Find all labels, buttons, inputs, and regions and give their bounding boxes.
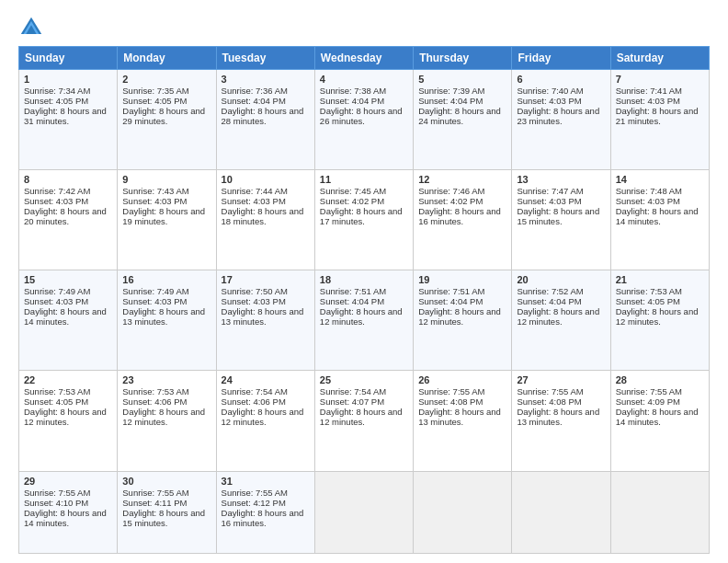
daylight-label: Daylight: 8 hours and 13 minutes. [418,407,501,427]
sunset-label: Sunset: 4:09 PM [616,396,680,407]
calendar-cell: 17Sunrise: 7:50 AMSunset: 4:03 PMDayligh… [216,270,314,371]
daylight-label: Daylight: 8 hours and 15 minutes. [517,206,599,226]
daylight-label: Daylight: 8 hours and 26 minutes. [320,106,403,126]
day-number: 25 [320,374,408,385]
calendar-cell: 21Sunrise: 7:53 AMSunset: 4:05 PMDayligh… [610,270,709,371]
sunset-label: Sunset: 4:03 PM [616,96,680,106]
day-number: 22 [24,374,112,385]
sunrise-label: Sunrise: 7:53 AM [122,386,188,396]
sunset-label: Sunset: 4:03 PM [122,196,187,206]
calendar-header-saturday: Saturday [610,47,709,70]
day-number: 30 [122,476,210,487]
sunrise-label: Sunrise: 7:49 AM [122,286,188,296]
daylight-label: Daylight: 8 hours and 13 minutes. [122,306,205,327]
calendar-cell: 29Sunrise: 7:55 AMSunset: 4:10 PMDayligh… [19,471,118,553]
sunset-label: Sunset: 4:08 PM [517,396,581,407]
sunrise-label: Sunrise: 7:55 AM [616,386,682,396]
sunset-label: Sunset: 4:06 PM [122,396,187,407]
sunset-label: Sunset: 4:04 PM [222,96,286,106]
daylight-label: Daylight: 8 hours and 29 minutes. [122,106,205,126]
sunrise-label: Sunrise: 7:54 AM [222,386,288,396]
calendar-week-2: 8Sunrise: 7:42 AMSunset: 4:03 PMDaylight… [19,170,710,270]
daylight-label: Daylight: 8 hours and 12 minutes. [222,407,304,427]
calendar-header-tuesday: Tuesday [216,47,314,70]
calendar-cell: 10Sunrise: 7:44 AMSunset: 4:03 PMDayligh… [216,170,314,270]
sunrise-label: Sunrise: 7:49 AM [24,286,90,296]
calendar-header-thursday: Thursday [414,47,512,70]
sunrise-label: Sunrise: 7:36 AM [222,86,288,96]
sunset-label: Sunset: 4:12 PM [222,498,286,508]
calendar-header-wednesday: Wednesday [314,47,413,70]
sunrise-label: Sunrise: 7:53 AM [24,386,90,396]
day-number: 10 [222,174,310,185]
sunset-label: Sunset: 4:04 PM [320,296,384,306]
logo-icon [18,15,44,40]
day-number: 2 [122,74,210,85]
calendar-cell: 25Sunrise: 7:54 AMSunset: 4:07 PMDayligh… [314,371,413,471]
sunset-label: Sunset: 4:03 PM [517,196,581,206]
calendar-cell: 13Sunrise: 7:47 AMSunset: 4:03 PMDayligh… [512,170,610,270]
sunrise-label: Sunrise: 7:55 AM [222,488,288,498]
daylight-label: Daylight: 8 hours and 13 minutes. [222,306,304,327]
sunrise-label: Sunrise: 7:42 AM [24,186,90,196]
sunset-label: Sunset: 4:06 PM [222,396,286,407]
daylight-label: Daylight: 8 hours and 31 minutes. [24,106,107,126]
sunrise-label: Sunrise: 7:48 AM [616,186,682,196]
sunrise-label: Sunrise: 7:54 AM [320,386,386,396]
sunset-label: Sunset: 4:03 PM [24,196,88,206]
header [18,15,710,40]
sunset-label: Sunset: 4:03 PM [517,96,581,106]
sunrise-label: Sunrise: 7:34 AM [24,86,90,96]
sunrise-label: Sunrise: 7:51 AM [320,286,386,296]
daylight-label: Daylight: 8 hours and 14 minutes. [616,407,699,427]
day-number: 8 [24,174,112,185]
day-number: 7 [616,74,704,85]
sunrise-label: Sunrise: 7:52 AM [517,286,583,296]
day-number: 26 [418,374,506,385]
sunrise-label: Sunrise: 7:51 AM [418,286,484,296]
sunset-label: Sunset: 4:05 PM [122,96,187,106]
calendar-cell: 31Sunrise: 7:55 AMSunset: 4:12 PMDayligh… [216,471,314,553]
calendar-cell: 1Sunrise: 7:34 AMSunset: 4:05 PMDaylight… [19,70,118,170]
daylight-label: Daylight: 8 hours and 16 minutes. [418,206,501,226]
day-number: 6 [517,74,605,85]
page: SundayMondayTuesdayWednesdayThursdayFrid… [0,0,728,563]
daylight-label: Daylight: 8 hours and 12 minutes. [320,407,403,427]
sunrise-label: Sunrise: 7:44 AM [222,186,288,196]
calendar-cell: 24Sunrise: 7:54 AMSunset: 4:06 PMDayligh… [216,371,314,471]
day-number: 11 [320,174,408,185]
daylight-label: Daylight: 8 hours and 12 minutes. [320,306,403,327]
day-number: 18 [320,274,408,285]
day-number: 29 [24,476,112,487]
daylight-label: Daylight: 8 hours and 12 minutes. [616,306,699,327]
sunset-label: Sunset: 4:11 PM [122,498,187,508]
calendar-header-friday: Friday [512,47,610,70]
day-number: 13 [517,174,605,185]
day-number: 9 [122,174,210,185]
calendar-cell: 11Sunrise: 7:45 AMSunset: 4:02 PMDayligh… [314,170,413,270]
daylight-label: Daylight: 8 hours and 28 minutes. [222,106,304,126]
sunset-label: Sunset: 4:02 PM [418,196,483,206]
sunrise-label: Sunrise: 7:55 AM [122,488,188,498]
calendar-cell [610,471,709,553]
calendar-header-row: SundayMondayTuesdayWednesdayThursdayFrid… [19,47,710,70]
sunrise-label: Sunrise: 7:40 AM [517,86,583,96]
sunrise-label: Sunrise: 7:41 AM [616,86,682,96]
calendar-cell: 27Sunrise: 7:55 AMSunset: 4:08 PMDayligh… [512,371,610,471]
daylight-label: Daylight: 8 hours and 14 minutes. [24,508,107,528]
sunset-label: Sunset: 4:03 PM [24,296,88,306]
calendar-cell: 5Sunrise: 7:39 AMSunset: 4:04 PMDaylight… [414,70,512,170]
day-number: 12 [418,174,506,185]
daylight-label: Daylight: 8 hours and 13 minutes. [517,407,599,427]
calendar-week-5: 29Sunrise: 7:55 AMSunset: 4:10 PMDayligh… [19,471,710,553]
day-number: 19 [418,274,506,285]
calendar-cell: 20Sunrise: 7:52 AMSunset: 4:04 PMDayligh… [512,270,610,371]
calendar-cell: 2Sunrise: 7:35 AMSunset: 4:05 PMDaylight… [118,70,216,170]
sunset-label: Sunset: 4:03 PM [222,296,286,306]
sunrise-label: Sunrise: 7:50 AM [222,286,288,296]
day-number: 16 [122,274,210,285]
calendar-cell: 15Sunrise: 7:49 AMSunset: 4:03 PMDayligh… [19,270,118,371]
sunrise-label: Sunrise: 7:39 AM [418,86,484,96]
daylight-label: Daylight: 8 hours and 12 minutes. [418,306,501,327]
daylight-label: Daylight: 8 hours and 20 minutes. [24,206,107,226]
